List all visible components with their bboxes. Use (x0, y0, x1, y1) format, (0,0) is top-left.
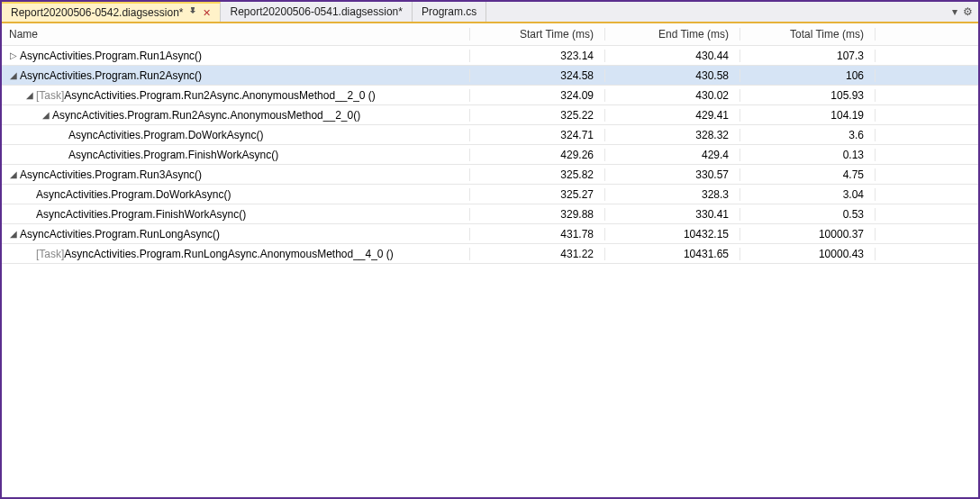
cell-name: ▷AsyncActivities.Program.FinishWorkAsync… (2, 208, 470, 221)
close-icon[interactable]: ✕ (203, 7, 211, 19)
expander-open-icon[interactable]: ◢ (25, 91, 34, 100)
table-row[interactable]: ▷AsyncActivities.Program.DoWorkAsync()32… (2, 125, 978, 145)
row-name-label: AsyncActivities.Program.RunLongAsync() (20, 228, 220, 240)
table-row[interactable]: ◢AsyncActivities.Program.Run2Async()324.… (2, 66, 978, 86)
row-name-label: AsyncActivities.Program.DoWorkAsync() (36, 188, 231, 201)
row-name-label: AsyncActivities.Program.Run1Async() (20, 50, 202, 62)
expander-open-icon[interactable]: ◢ (41, 111, 50, 120)
row-name-label: AsyncActivities.Program.Run3Async() (20, 168, 202, 181)
row-name-label: AsyncActivities.Program.FinishWorkAsync(… (68, 149, 278, 161)
expander-open-icon[interactable]: ◢ (9, 230, 18, 239)
cell-end-time: 328.3 (605, 188, 740, 201)
column-header-start-time[interactable]: Start Time (ms) (470, 28, 605, 41)
tab-label: Report20200506-0542.diagsession* (11, 6, 183, 19)
cell-name: ▷AsyncActivities.Program.DoWorkAsync() (2, 129, 470, 141)
expander-closed-icon[interactable]: ▷ (9, 51, 18, 60)
cell-name: ▷AsyncActivities.Program.DoWorkAsync() (2, 188, 470, 201)
cell-start-time: 431.78 (470, 228, 605, 240)
cell-total-time: 104.19 (740, 109, 876, 122)
table-row[interactable]: ◢AsyncActivities.Program.Run3Async()325.… (2, 165, 978, 185)
cell-end-time: 430.02 (605, 89, 740, 102)
cell-end-time: 330.57 (605, 168, 740, 181)
pin-icon[interactable] (188, 7, 197, 18)
cell-end-time: 430.44 (605, 50, 740, 62)
document-tab[interactable]: Program.cs (413, 2, 486, 22)
cell-end-time: 429.41 (605, 109, 740, 122)
expander-open-icon[interactable]: ◢ (9, 170, 18, 179)
cell-start-time: 325.22 (470, 109, 605, 122)
tabbar-overflow-controls: ▾ ⚙ (952, 2, 978, 22)
cell-total-time: 4.75 (740, 168, 876, 181)
table-row[interactable]: ▷AsyncActivities.Program.DoWorkAsync()32… (2, 185, 978, 204)
row-name-label: AsyncActivities.Program.FinishWorkAsync(… (36, 208, 246, 221)
cell-start-time: 324.09 (470, 89, 605, 102)
cell-total-time: 106 (740, 69, 876, 82)
table-header-row: Name Start Time (ms) End Time (ms) Total… (2, 23, 978, 46)
column-header-total-time[interactable]: Total Time (ms) (740, 28, 876, 41)
cell-start-time: 429.26 (470, 149, 605, 161)
cell-start-time: 325.82 (470, 168, 605, 181)
row-name-label: AsyncActivities.Program.Run2Async.Anonym… (64, 89, 376, 102)
table-row[interactable]: ▷AsyncActivities.Program.FinishWorkAsync… (2, 204, 978, 224)
row-name-label: AsyncActivities.Program.Run2Async.Anonym… (52, 109, 360, 122)
cell-total-time: 3.04 (740, 188, 876, 201)
row-name-label: AsyncActivities.Program.RunLongAsync.Ano… (64, 248, 394, 260)
cell-name: ◢AsyncActivities.Program.Run2Async() (2, 69, 470, 82)
cell-end-time: 10431.65 (605, 248, 740, 260)
row-name-label: AsyncActivities.Program.DoWorkAsync() (68, 129, 264, 141)
document-tabbar: Report20200506-0542.diagsession*✕Report2… (2, 2, 978, 22)
cell-total-time: 10000.37 (740, 228, 876, 240)
cell-start-time: 325.27 (470, 188, 605, 201)
table-row[interactable]: ◢AsyncActivities.Program.Run2Async.Anony… (2, 105, 978, 125)
cell-start-time: 324.71 (470, 129, 605, 141)
tab-label: Program.cs (422, 5, 476, 18)
document-tab[interactable]: Report20200506-0542.diagsession*✕ (2, 2, 221, 22)
cell-end-time: 429.4 (605, 149, 740, 161)
cell-start-time: 329.88 (470, 208, 605, 221)
row-name-label: AsyncActivities.Program.Run2Async() (20, 69, 202, 82)
document-tab[interactable]: Report20200506-0541.diagsession* (221, 2, 412, 22)
cell-name: ◢AsyncActivities.Program.Run3Async() (2, 168, 470, 181)
cell-total-time: 105.93 (740, 89, 876, 102)
cell-total-time: 0.53 (740, 208, 876, 221)
results-table: Name Start Time (ms) End Time (ms) Total… (2, 23, 978, 497)
table-row[interactable]: ▷[Task] AsyncActivities.Program.RunLongA… (2, 244, 978, 264)
cell-total-time: 3.6 (740, 129, 876, 141)
table-row[interactable]: ▷AsyncActivities.Program.Run1Async()323.… (2, 46, 978, 66)
cell-total-time: 0.13 (740, 149, 876, 161)
cell-start-time: 324.58 (470, 69, 605, 82)
cell-end-time: 430.58 (605, 69, 740, 82)
gear-icon[interactable]: ⚙ (963, 5, 973, 18)
window-frame: Report20200506-0542.diagsession*✕Report2… (0, 0, 980, 499)
cell-name: ▷AsyncActivities.Program.Run1Async() (2, 50, 470, 62)
cell-name: ◢AsyncActivities.Program.Run2Async.Anony… (2, 109, 470, 122)
tab-label: Report20200506-0541.diagsession* (230, 5, 402, 18)
cell-end-time: 330.41 (605, 208, 740, 221)
column-header-end-time[interactable]: End Time (ms) (605, 28, 740, 41)
cell-end-time: 10432.15 (605, 228, 740, 240)
cell-total-time: 107.3 (740, 50, 876, 62)
cell-name: ▷[Task] AsyncActivities.Program.RunLongA… (2, 248, 470, 260)
cell-start-time: 323.14 (470, 50, 605, 62)
column-header-name[interactable]: Name (2, 28, 470, 41)
table-row[interactable]: ◢AsyncActivities.Program.RunLongAsync()4… (2, 224, 978, 244)
cell-name: ◢AsyncActivities.Program.RunLongAsync() (2, 228, 470, 240)
cell-total-time: 10000.43 (740, 248, 876, 260)
cell-name: ▷AsyncActivities.Program.FinishWorkAsync… (2, 149, 470, 161)
expander-open-icon[interactable]: ◢ (9, 71, 18, 80)
table-row[interactable]: ▷AsyncActivities.Program.FinishWorkAsync… (2, 145, 978, 165)
tabbar-dropdown-icon[interactable]: ▾ (952, 5, 957, 18)
cell-start-time: 431.22 (470, 248, 605, 260)
task-prefix-label: [Task] (36, 89, 64, 102)
cell-name: ◢[Task] AsyncActivities.Program.Run2Asyn… (2, 89, 470, 102)
task-prefix-label: [Task] (36, 248, 64, 260)
table-row[interactable]: ◢[Task] AsyncActivities.Program.Run2Asyn… (2, 86, 978, 105)
cell-end-time: 328.32 (605, 129, 740, 141)
